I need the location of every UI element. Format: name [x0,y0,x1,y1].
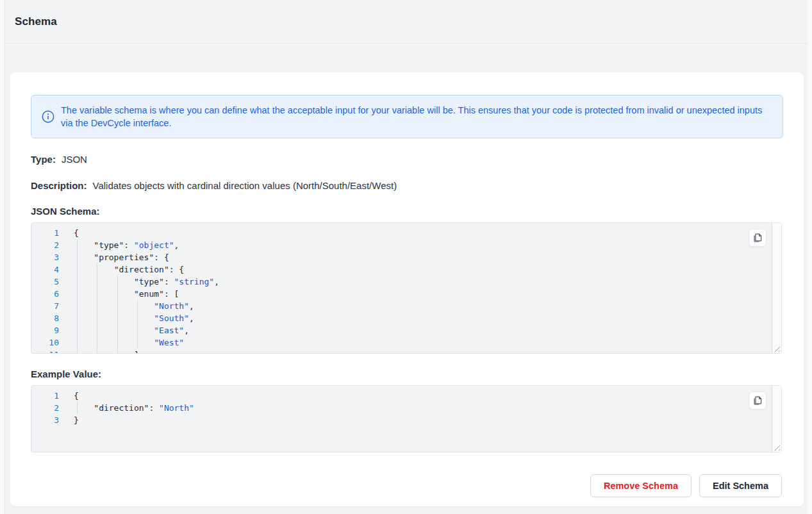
page-header: Schema [5,0,808,44]
remove-schema-button[interactable]: Remove Schema [590,474,692,497]
code-lines: 1{2 "direction": "North"3} [31,386,781,426]
code-line: 9 "East", [31,324,781,336]
type-value: JSON [62,154,87,165]
code-line: 11 ] [31,349,781,354]
code-line: 1{ [31,390,781,402]
json-schema-editor[interactable]: 1{2 "type": "object",3 "properties": {4 … [31,222,782,354]
copy-icon [752,395,763,406]
code-line: 3 "properties": { [31,251,781,263]
content: The variable schema is where you can def… [5,72,808,506]
editor-scrollbar[interactable] [772,223,781,353]
info-alert-text: The variable schema is where you can def… [61,104,772,129]
description-row: Description:Validates objects with cardi… [31,180,783,191]
code-line: 6 "enum": [ [31,288,781,300]
code-line: 4 "direction": { [31,263,781,276]
line-number: 8 [31,312,59,324]
code-lines: 1{2 "type": "object",3 "properties": {4 … [31,223,781,354]
copy-icon [752,233,763,243]
code-line: 2 "type": "object", [31,239,781,251]
type-label: Type: [31,154,56,165]
code-line: 5 "type": "string", [31,276,781,288]
code-line: 8 "South", [31,312,781,324]
line-number: 1 [31,227,59,239]
page-title: Schema [15,15,57,28]
edit-schema-button[interactable]: Edit Schema [699,474,782,497]
json-schema-label: JSON Schema: [31,206,783,217]
info-alert: The variable schema is where you can def… [31,95,783,138]
schema-card: The variable schema is where you can def… [10,72,804,506]
line-number: 4 [31,263,59,276]
action-buttons: Remove Schema Edit Schema [31,474,782,497]
line-number: 11 [31,349,59,354]
line-number: 2 [31,239,59,251]
page: Schema The variable schema is where you … [4,0,808,514]
line-number: 6 [31,288,59,300]
example-value-editor[interactable]: 1{2 "direction": "North"3} [31,385,782,452]
example-value-label: Example Value: [31,369,783,379]
code-line: 3} [31,414,781,426]
copy-button[interactable] [749,229,766,247]
line-number: 5 [31,276,59,288]
line-number: 10 [31,336,59,349]
line-number: 2 [31,402,59,414]
line-number: 3 [31,251,59,263]
line-number: 9 [31,324,59,336]
code-line: 7 "North", [31,300,781,312]
code-line: 10 "West" [31,336,781,349]
description-value: Validates objects with cardinal directio… [93,180,397,191]
info-circle-icon [42,110,54,123]
copy-button[interactable] [749,392,766,410]
editor-scrollbar[interactable] [772,386,781,452]
line-number: 3 [31,414,59,426]
type-row: Type:JSON [31,154,783,165]
code-line: 1{ [31,227,781,239]
code-line: 2 "direction": "North" [31,402,781,414]
line-number: 7 [31,300,59,312]
description-label: Description: [31,180,87,191]
line-number: 1 [31,390,59,402]
